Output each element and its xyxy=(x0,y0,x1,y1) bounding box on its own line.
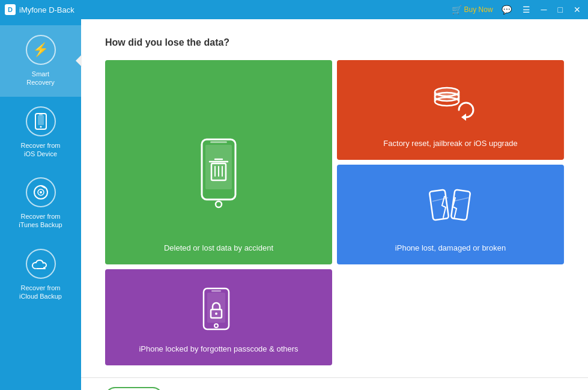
svg-rect-1 xyxy=(38,115,44,125)
svg-marker-25 xyxy=(461,114,466,121)
svg-rect-10 xyxy=(210,141,227,143)
sidebar-label-smart-recovery: SmartRecovery xyxy=(26,70,54,87)
option-factory-reset[interactable]: Factory reset, jailbreak or iOS upgrade xyxy=(337,60,564,160)
sidebar-item-recover-icloud[interactable]: Recover fromiCloud Backup xyxy=(0,239,81,311)
options-grid: Deleted or lost data by accident xyxy=(105,60,564,365)
close-button[interactable]: ✕ xyxy=(571,4,583,16)
option-lost-label: iPhone lost, damaged or broken xyxy=(395,243,506,252)
svg-point-33 xyxy=(214,324,218,328)
sidebar-label-recover-icloud: Recover fromiCloud Backup xyxy=(19,284,62,301)
sidebar-item-recover-ios[interactable]: Recover fromiOS Device xyxy=(0,97,81,168)
svg-rect-26 xyxy=(429,189,449,220)
app-body: ⚡ SmartRecovery Recover fromiOS Device xyxy=(0,19,588,390)
sidebar-label-recover-ios: Recover fromiOS Device xyxy=(20,141,60,159)
ios-device-icon xyxy=(26,106,56,136)
titlebar-controls: 🛒 Buy Now 💬 ☰ ─ □ ✕ xyxy=(452,4,583,16)
option-deleted-label: Deleted or lost data by accident xyxy=(164,243,273,252)
lock-phone-icon xyxy=(198,285,240,334)
lightning-icon: ⚡ xyxy=(26,35,56,65)
icloud-icon xyxy=(26,249,56,279)
buy-now-label: Buy Now xyxy=(464,5,493,14)
sidebar-label-recover-itunes: Recover fromiTunes Backup xyxy=(19,212,62,230)
sidebar-item-smart-recovery[interactable]: ⚡ SmartRecovery xyxy=(0,25,81,97)
broken-phone-icon xyxy=(426,184,474,233)
content-question: How did you lose the data? xyxy=(105,37,564,48)
option-deleted[interactable]: Deleted or lost data by accident xyxy=(105,60,332,264)
content-area: How did you lose the data? xyxy=(81,19,588,377)
svg-point-2 xyxy=(40,126,41,127)
option-locked[interactable]: iPhone locked by forgotten passcode & ot… xyxy=(105,269,332,365)
option-factory-label: Factory reset, jailbreak or iOS upgrade xyxy=(383,139,517,148)
phone-trash-icon xyxy=(189,136,249,233)
titlebar-title: iMyfone D-Back xyxy=(19,5,74,14)
svg-point-11 xyxy=(216,201,222,207)
database-icon xyxy=(426,80,474,128)
titlebar: D iMyfone D-Back 🛒 Buy Now 💬 ☰ ─ □ ✕ xyxy=(0,0,588,19)
svg-rect-3 xyxy=(39,114,43,115)
bottom-bar: ← Back xyxy=(81,377,588,390)
svg-point-35 xyxy=(215,312,217,315)
svg-rect-32 xyxy=(211,290,221,292)
menu-icon[interactable]: ☰ xyxy=(520,4,533,16)
cart-icon: 🛒 xyxy=(452,5,462,14)
buy-now-button[interactable]: 🛒 Buy Now xyxy=(452,5,493,14)
titlebar-left: D iMyfone D-Back xyxy=(5,4,74,15)
sidebar: ⚡ SmartRecovery Recover fromiOS Device xyxy=(0,19,81,390)
app-icon: D xyxy=(5,4,16,15)
itunes-icon xyxy=(26,177,56,207)
option-locked-label: iPhone locked by forgotten passcode & ot… xyxy=(139,344,298,353)
svg-point-6 xyxy=(40,191,42,193)
maximize-button[interactable]: □ xyxy=(556,4,565,16)
chat-icon[interactable]: 💬 xyxy=(499,4,514,16)
sidebar-item-recover-itunes[interactable]: Recover fromiTunes Backup xyxy=(0,168,81,239)
minimize-button[interactable]: ─ xyxy=(539,4,550,16)
option-lost-broken[interactable]: iPhone lost, damaged or broken xyxy=(337,165,564,264)
back-button[interactable]: ← Back xyxy=(105,387,163,390)
